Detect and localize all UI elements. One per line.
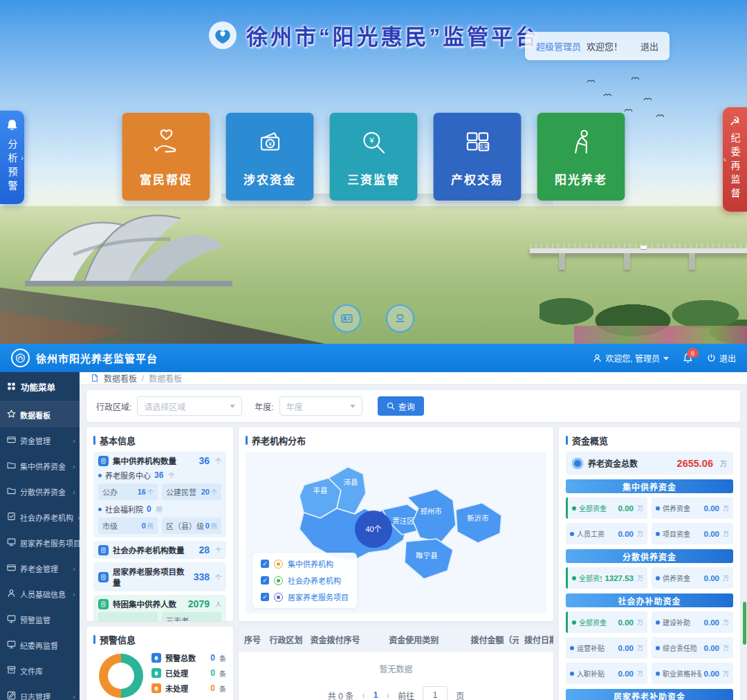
total-funds-card: 养老资金总数 2655.06 万 [566, 452, 733, 475]
pair-value: 20 [201, 488, 210, 496]
module-tile-3[interactable]: ¥三资监管 [330, 113, 418, 201]
sidebar-item-资金管理[interactable]: 资金管理› [0, 427, 80, 453]
power-icon [707, 353, 716, 362]
scrollbar-thumb[interactable] [743, 602, 746, 645]
map-legend-item[interactable]: ✓集中供养机构 [261, 558, 349, 569]
discipline-supervision-ribbon[interactable]: ☭ 纪委再监督 ‹ [723, 107, 747, 212]
doc-icon [98, 456, 109, 466]
fund-stat-card: 人员工资0.00万 [566, 523, 647, 544]
map-region-label: 邳州市 [420, 507, 442, 515]
archive-icon [7, 665, 16, 676]
stat-row: 社会办养老机构数量28个 [98, 544, 221, 555]
page-number[interactable]: 1 [374, 690, 378, 700]
notifications-bell[interactable]: 0 [683, 353, 693, 363]
map-region[interactable] [456, 503, 501, 543]
fund-icon [572, 458, 583, 469]
module-tile-4[interactable]: 交易产权交易 [434, 113, 522, 201]
sidebar-item-集中供养资金[interactable]: 集中供养资金› [0, 453, 80, 479]
sidebar-item-纪委再监督[interactable]: 纪委再监督 [0, 632, 80, 658]
party-emblem-icon: ☭ [730, 116, 740, 127]
pair-label: 市级 [102, 520, 118, 531]
bullet-dot [656, 672, 660, 676]
stat-row: 居家养老服务项目数量338个 [98, 566, 221, 588]
fund-stat-card: 综合责任险0.00万 [652, 637, 733, 658]
module-tile-5[interactable]: 阳光养老 [537, 113, 625, 201]
sidebar-item-日志管理[interactable]: 日志管理› [0, 683, 80, 700]
dashboard-header: 徐州市阳光养老监管平台 欢迎您, 管理员 0 退出 [0, 344, 747, 372]
hero-logout-button[interactable]: 退出 [640, 39, 658, 53]
heart-care-icon[interactable] [386, 304, 414, 333]
search-button[interactable]: 查询 [378, 396, 424, 416]
sidebar-item-养老金管理[interactable]: 养老金管理› [0, 555, 80, 581]
table-column-header: 拨付金额（元） [465, 627, 519, 652]
checkbox-checked-icon[interactable]: ✓ [261, 560, 269, 568]
module-tiles: 富民帮促¥涉农资金¥三资监管交易产权交易阳光养老 [122, 113, 625, 201]
alert-bell-icon [151, 653, 161, 663]
sidebar-item-数据看板[interactable]: 数据看板 [0, 402, 80, 427]
panel-title: 预警信息 [93, 633, 226, 646]
pair-label: 公建民营 [166, 486, 196, 497]
sidebar-item-label: 集中供养资金 [20, 461, 66, 472]
alert-bell-icon [151, 683, 161, 693]
bullet-dot [656, 576, 660, 580]
idcard-icon[interactable] [333, 304, 361, 333]
pair-stat: 区（县）级0所 [162, 517, 221, 534]
sidebar-item-人员基础信息[interactable]: 人员基础信息› [0, 581, 80, 607]
fund-unit: 万 [637, 529, 643, 538]
logout-button[interactable]: 退出 [707, 352, 736, 364]
fund-label: 全部资金 [579, 617, 607, 627]
sidebar-item-居家养老服务项目[interactable]: 居家养老服务项目› [0, 530, 80, 555]
region-filter-label: 行政区域: [96, 400, 131, 412]
module-tile-2[interactable]: ¥涉农资金 [226, 113, 314, 201]
bullet-dot [656, 506, 660, 510]
tile-label: 阳光养老 [555, 170, 607, 187]
pair-value: 0 [142, 522, 146, 530]
sidebar-item-文件库[interactable]: 文件库 [0, 658, 80, 683]
user-menu[interactable]: 欢迎您, 管理员 [593, 352, 669, 364]
sidebar-item-预警监管[interactable]: 预警监管 [0, 607, 80, 632]
sidebar-item-label: 文件库 [20, 665, 43, 676]
pair-label: 五保老人 [102, 620, 133, 621]
page-goto-input[interactable] [423, 686, 448, 700]
year-select[interactable]: 年度 [279, 396, 362, 416]
svg-text:¥: ¥ [369, 136, 374, 145]
sub-stat-row: 社会福利院0所 [98, 504, 221, 515]
sidebar-item-label: 资金管理 [20, 435, 50, 446]
map-legend-item[interactable]: ✓社会办养老机构 [261, 575, 349, 586]
module-tile-1[interactable]: 富民帮促 [122, 113, 210, 201]
doc-icon [7, 512, 16, 522]
notification-badge: 0 [687, 349, 699, 358]
stat-unit: 人 [215, 600, 221, 609]
fund-stat-card: 入职补贴0.00万 [566, 663, 647, 684]
warning-stat-value: 0 [210, 653, 215, 663]
prev-page-button[interactable]: ‹ [362, 690, 365, 700]
fund-label: 人员工资 [577, 528, 605, 539]
legend-marker-icon [274, 560, 283, 569]
sidebar-item-label: 纪委再监督 [20, 640, 58, 651]
warning-stat-label: 预警总数 [165, 652, 196, 663]
magnifier-yuan-icon: ¥ [358, 127, 389, 161]
panel-title: 养老机构分布 [246, 434, 546, 447]
fund-label: 全部资金 [579, 573, 602, 583]
fund-value: 0.00 [704, 574, 719, 582]
alert-bell-icon [151, 668, 161, 678]
page: 徐州市“阳光惠民”监管平台 超级管理员 欢迎您！ 退出 分析预警 › ☭ 纪委再… [0, 0, 747, 700]
map-region[interactable] [407, 489, 456, 543]
breadcrumb-root[interactable]: 数据看板 [104, 372, 137, 384]
xuzhou-map: 丰县沛县贾汪区邳州市新沂市睢宁县 40个 ✓集中供养机构✓社会办养老机构✓居家养… [246, 452, 546, 614]
analysis-warning-ribbon[interactable]: 分析预警 › [0, 111, 24, 204]
next-page-button[interactable]: › [387, 690, 390, 700]
warning-stat-row: 已处理0条 [151, 667, 226, 679]
person-icon [7, 589, 16, 599]
region-select[interactable]: 请选择区域 [137, 396, 242, 416]
map-legend-item[interactable]: ✓居家养老服务项目 [261, 591, 349, 602]
checkbox-checked-icon[interactable]: ✓ [261, 593, 269, 601]
welcome-text: 欢迎您！ [587, 39, 622, 53]
sidebar-item-社会办养老机构[interactable]: 社会办养老机构› [0, 504, 80, 530]
fund-stat-card: 全部资金1327.53万 [566, 567, 647, 589]
checkbox-checked-icon[interactable]: ✓ [261, 576, 269, 584]
warning-stat-row: 预警总数0条 [151, 652, 226, 663]
fund-unit: 万 [637, 618, 643, 627]
pair-stat: 三无老人1976人 [162, 612, 221, 621]
sidebar-item-分散供养资金[interactable]: 分散供养资金› [0, 479, 80, 504]
